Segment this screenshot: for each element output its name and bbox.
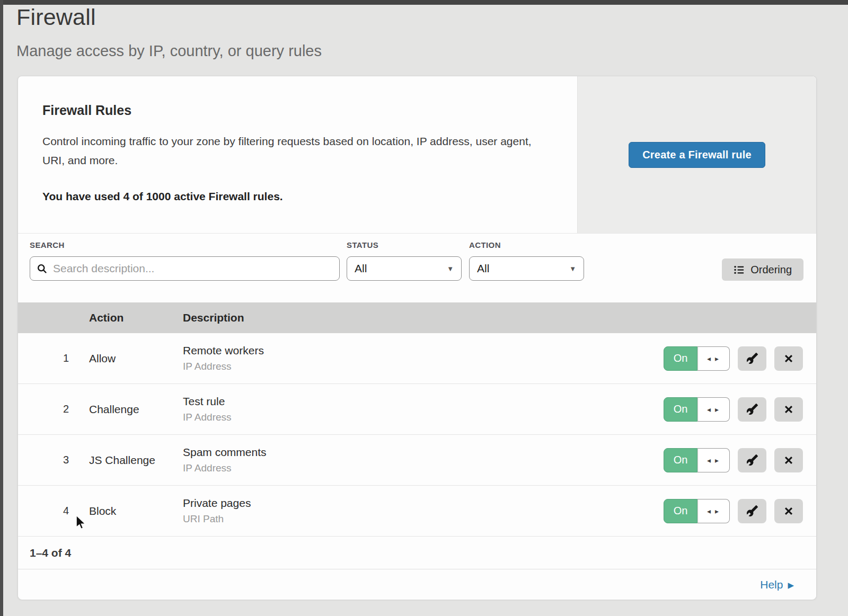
search-box[interactable] — [30, 256, 340, 281]
delete-rule-button[interactable] — [774, 448, 803, 472]
wrench-icon — [746, 505, 758, 517]
intro-section: Firewall Rules Control incoming traffic … — [18, 76, 816, 234]
page-subtitle: Manage access by IP, country, or query r… — [16, 42, 322, 60]
wrench-icon — [746, 352, 758, 364]
rule-priority: 1 — [18, 352, 89, 364]
intro-text: Firewall Rules Control incoming traffic … — [42, 103, 551, 203]
usage-note: You have used 4 of 1000 active Firewall … — [42, 190, 551, 203]
rule-description: Spam comments — [183, 446, 664, 459]
mouse-cursor-icon — [75, 515, 89, 531]
rule-controls: On ◂ ▸ — [664, 397, 816, 422]
rule-match-type: IP Address — [183, 361, 664, 372]
rule-action: JS Challenge — [89, 454, 183, 467]
rule-action: Allow — [89, 352, 183, 365]
edit-rule-button[interactable] — [738, 448, 766, 472]
close-icon — [783, 353, 794, 364]
rule-row: 3 JS Challenge Spam comments IP Address … — [18, 435, 816, 486]
rule-action: Challenge — [89, 403, 183, 416]
rule-row: 1 Allow Remote workers IP Address On ◂ ▸ — [18, 333, 816, 384]
toggle-handle-icon: ◂ ▸ — [697, 499, 730, 523]
delete-rule-button[interactable] — [774, 346, 803, 371]
window-edge-left — [0, 0, 3, 616]
rule-match-type: IP Address — [183, 462, 664, 474]
rule-description-cell: Private pages URI Path — [183, 497, 664, 525]
card-heading: Firewall Rules — [42, 103, 551, 118]
search-filter-group: SEARCH — [30, 240, 340, 281]
create-rule-panel: Create a Firewall rule — [577, 76, 816, 234]
rule-row: 4 Block Private pages URI Path On ◂ ▸ — [18, 486, 816, 537]
action-filter-group: ACTION All ▼ — [469, 240, 584, 281]
rule-priority: 2 — [18, 403, 89, 415]
status-label: STATUS — [347, 240, 462, 249]
delete-rule-button[interactable] — [774, 397, 803, 422]
action-select[interactable]: All ▼ — [469, 256, 584, 281]
pagination-range: 1–4 of 4 — [30, 547, 71, 559]
card-description: Control incoming traffic to your zone by… — [42, 132, 547, 170]
rule-description-cell: Test rule IP Address — [183, 395, 664, 423]
status-select-value: All — [355, 262, 367, 275]
rule-controls: On ◂ ▸ — [664, 448, 816, 472]
column-header-action: Action — [89, 311, 183, 324]
pagination-bar: 1–4 of 4 — [18, 537, 816, 569]
rule-action: Block — [89, 505, 183, 517]
ordering-button-label: Ordering — [750, 264, 792, 276]
help-link-label: Help — [760, 578, 783, 591]
rule-match-type: IP Address — [183, 412, 664, 423]
action-select-value: All — [477, 262, 489, 275]
toggle-handle-icon: ◂ ▸ — [697, 397, 730, 422]
rule-description: Remote workers — [183, 344, 664, 357]
rule-match-type: URI Path — [183, 513, 664, 525]
rule-description-cell: Spam comments IP Address — [183, 446, 664, 474]
toggle-handle-icon: ◂ ▸ — [697, 448, 730, 472]
create-firewall-rule-button[interactable]: Create a Firewall rule — [629, 142, 765, 168]
rule-description: Test rule — [183, 395, 664, 408]
help-arrow-icon: ▶ — [788, 579, 794, 590]
search-input[interactable] — [53, 262, 333, 275]
ordering-list-icon — [734, 264, 745, 275]
rule-row: 2 Challenge Test rule IP Address On ◂ ▸ — [18, 384, 816, 435]
rule-controls: On ◂ ▸ — [664, 346, 816, 371]
rule-controls: On ◂ ▸ — [664, 499, 816, 523]
toggle-state-label: On — [664, 448, 697, 472]
help-row: Help ▶ — [18, 569, 816, 600]
column-header-description: Description — [183, 311, 244, 324]
close-icon — [783, 505, 794, 517]
action-label: ACTION — [469, 240, 584, 249]
toggle-state-label: On — [664, 499, 697, 523]
delete-rule-button[interactable] — [774, 499, 803, 523]
window-edge-top — [0, 0, 848, 5]
status-filter-group: STATUS All ▼ — [347, 240, 462, 281]
ordering-button[interactable]: Ordering — [722, 258, 803, 281]
rule-description: Private pages — [183, 497, 664, 510]
page-title: Firewall — [16, 4, 96, 30]
wrench-icon — [746, 454, 758, 466]
help-link[interactable]: Help ▶ — [760, 578, 794, 591]
caret-down-icon: ▼ — [447, 265, 454, 273]
status-select[interactable]: All ▼ — [347, 256, 462, 281]
toggle-handle-icon: ◂ ▸ — [697, 346, 730, 371]
rule-toggle[interactable]: On ◂ ▸ — [664, 448, 730, 472]
firewall-rules-card: Firewall Rules Control incoming traffic … — [17, 76, 817, 600]
rule-toggle[interactable]: On ◂ ▸ — [664, 397, 730, 422]
edit-rule-button[interactable] — [738, 346, 766, 371]
search-icon — [37, 263, 48, 274]
filters-bar: SEARCH STATUS All ▼ ACTION All ▼ — [18, 234, 816, 302]
rule-toggle[interactable]: On ◂ ▸ — [664, 499, 730, 523]
rule-description-cell: Remote workers IP Address — [183, 344, 664, 372]
rule-priority: 3 — [18, 454, 89, 466]
search-label: SEARCH — [30, 240, 340, 249]
edit-rule-button[interactable] — [738, 397, 766, 422]
close-icon — [783, 404, 794, 415]
table-header: Action Description — [18, 302, 816, 333]
toggle-state-label: On — [664, 397, 697, 422]
close-icon — [783, 454, 794, 466]
wrench-icon — [746, 403, 758, 415]
edit-rule-button[interactable] — [738, 499, 766, 523]
rule-toggle[interactable]: On ◂ ▸ — [664, 346, 730, 371]
toggle-state-label: On — [664, 346, 697, 371]
caret-down-icon: ▼ — [569, 265, 576, 273]
